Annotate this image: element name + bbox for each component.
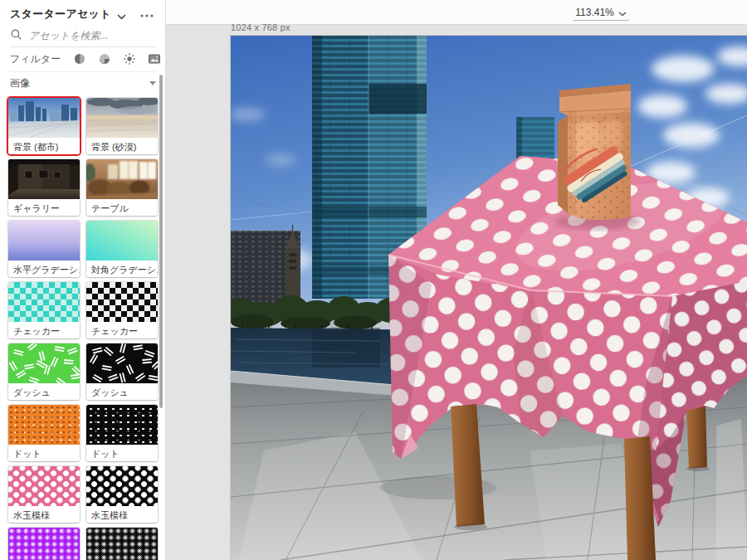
filter-icons (73, 52, 161, 66)
asset-card-star-black[interactable] (86, 528, 158, 560)
asset-card-dash-black[interactable]: ダッシュ (86, 343, 158, 400)
canvas-size-label: 1024 x 768 px (231, 22, 290, 32)
asset-thumbnail (8, 221, 80, 261)
asset-label: ギャラリー (8, 199, 80, 216)
asset-label: 背景 (都市) (8, 138, 80, 154)
asset-card-star-purple[interactable] (8, 528, 80, 560)
asset-thumbnail (8, 282, 80, 322)
asset-label: ダッシュ (8, 383, 80, 400)
asset-label: チェッカー (8, 322, 80, 338)
table-leg-back-right (686, 404, 707, 469)
asset-card-bg-desert[interactable]: 背景 (砂漠) (86, 98, 158, 154)
asset-card-polka-pink[interactable]: 水玉模様 (8, 466, 80, 523)
kraft-coffee-bag (554, 84, 641, 230)
asset-thumbnail (86, 282, 158, 322)
asset-card-dot-orange[interactable]: ドット (8, 405, 80, 461)
asset-card-checker-black[interactable]: チェッカー (86, 282, 158, 338)
asset-card-table[interactable]: テーブル (86, 159, 158, 216)
asset-thumbnail (8, 98, 80, 138)
asset-card-polka-black[interactable]: 水玉模様 (86, 466, 158, 523)
apartment-building (231, 225, 300, 304)
divider (10, 46, 156, 47)
chevron-down-icon (149, 81, 156, 85)
panel-menu-icon[interactable] (138, 5, 156, 23)
starter-assets-panel: スターターアセット フィルター (0, 0, 166, 560)
asset-label: 対角グラデーシ… (86, 261, 158, 277)
asset-grid: 背景 (都市) 背景 (砂漠) (8, 98, 158, 560)
asset-thumbnail (86, 98, 158, 138)
asset-thumbnail (8, 405, 80, 445)
chevron-down-icon (618, 5, 627, 20)
top-toolbar (166, 0, 747, 25)
filter-row: フィルター (10, 51, 161, 67)
asset-card-gradient-horizontal[interactable]: 水平グラデーシ… (8, 221, 80, 277)
asset-card-dot-black[interactable]: ドット (86, 405, 158, 461)
asset-label: チェッカー (86, 322, 158, 338)
asset-thumbnail (8, 528, 80, 560)
search-row (11, 27, 155, 44)
asset-thumbnail (86, 528, 158, 560)
search-input[interactable] (27, 29, 159, 42)
scene-render (231, 36, 747, 560)
panel-header: スターターアセット (10, 5, 156, 23)
section-images-header[interactable]: 画像 (10, 76, 156, 90)
asset-card-gradient-diagonal[interactable]: 対角グラデーシ… (86, 221, 158, 277)
images-filter-icon[interactable] (148, 52, 161, 66)
asset-card-checker-teal[interactable]: チェッカー (8, 282, 80, 338)
asset-card-gallery[interactable]: ギャラリー (8, 159, 80, 216)
asset-label: ダッシュ (86, 383, 158, 400)
lights-filter-icon[interactable] (123, 52, 136, 66)
asset-card-bg-city[interactable]: 背景 (都市) (8, 98, 80, 154)
asset-thumbnail (86, 466, 158, 506)
asset-label: 水玉模様 (86, 506, 158, 523)
search-icon (11, 28, 22, 43)
asset-thumbnail (86, 343, 158, 383)
models-filter-icon[interactable] (73, 52, 86, 66)
panel-scrollbar[interactable] (159, 75, 163, 408)
chevron-down-icon[interactable] (117, 8, 126, 23)
filter-label: フィルター (10, 52, 61, 66)
3d-viewport[interactable] (231, 36, 747, 560)
materials-filter-icon[interactable] (98, 52, 111, 66)
leg-shadow (686, 466, 710, 471)
zoom-level-dropdown[interactable]: 113.41% (573, 5, 629, 21)
asset-label: ドット (8, 445, 80, 461)
asset-thumbnail (8, 343, 80, 383)
asset-label: 水玉模様 (8, 506, 80, 523)
asset-thumbnail (86, 405, 158, 445)
asset-label: テーブル (86, 199, 158, 216)
asset-thumbnail (8, 466, 80, 506)
asset-label: 水平グラデーシ… (8, 261, 80, 277)
section-label: 画像 (10, 76, 30, 90)
asset-card-dash-green[interactable]: ダッシュ (8, 343, 80, 400)
asset-label: ドット (86, 445, 158, 461)
divider (10, 71, 156, 72)
asset-thumbnail (8, 159, 80, 199)
panel-title[interactable]: スターターアセット (10, 7, 111, 22)
asset-thumbnail (86, 159, 158, 199)
asset-label: 背景 (砂漠) (86, 138, 158, 154)
asset-thumbnail (86, 221, 158, 261)
zoom-level-value: 113.41% (575, 7, 613, 18)
